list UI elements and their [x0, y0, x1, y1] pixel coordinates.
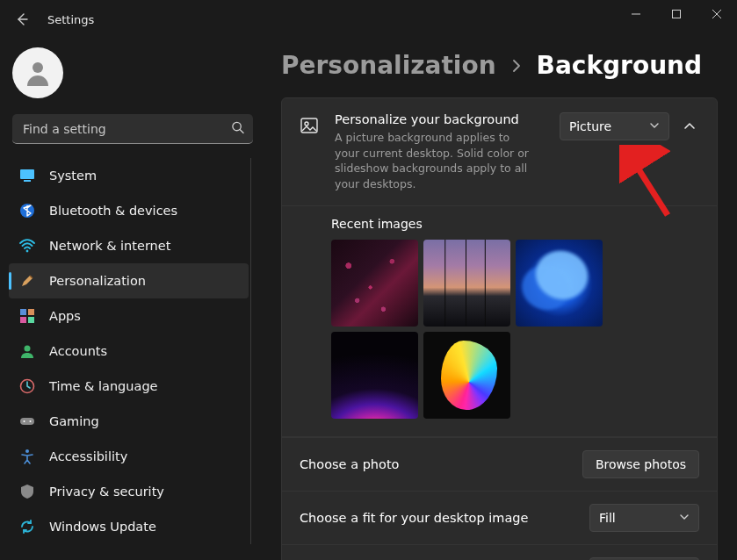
- sidebar: System Bluetooth & devices Network & int…: [0, 39, 262, 560]
- sidebar-item-personalization[interactable]: Personalization: [9, 263, 249, 298]
- sidebar-item-time-language[interactable]: Time & language: [9, 369, 249, 404]
- sidebar-item-accounts[interactable]: Accounts: [9, 334, 249, 369]
- gaming-icon: [19, 413, 35, 429]
- collapse-button[interactable]: [680, 117, 699, 136]
- sidebar-item-label: Accessibility: [49, 449, 127, 463]
- recent-images-section: Recent images: [282, 206, 717, 437]
- titlebar: Settings: [0, 0, 737, 39]
- sidebar-item-label: Bluetooth & devices: [49, 204, 177, 218]
- svg-rect-10: [20, 309, 26, 315]
- sidebar-item-privacy[interactable]: Privacy & security: [9, 474, 249, 509]
- nav-list: System Bluetooth & devices Network & int…: [9, 158, 251, 544]
- wifi-icon: [19, 238, 35, 254]
- svg-rect-6: [20, 169, 34, 179]
- card-title: Personalize your background: [335, 112, 537, 126]
- sidebar-item-accessibility[interactable]: Accessibility: [9, 439, 249, 474]
- picture-icon: [300, 116, 319, 135]
- sidebar-item-label: Time & language: [49, 379, 158, 393]
- card-header: Personalize your background A picture ba…: [282, 98, 717, 206]
- accessibility-icon: [19, 449, 35, 464]
- app-title: Settings: [47, 13, 94, 26]
- chevron-right-icon: [510, 55, 523, 76]
- windows-update-icon: [19, 519, 35, 535]
- svg-point-9: [26, 250, 29, 253]
- recent-images-title: Recent images: [331, 217, 699, 231]
- search-input[interactable]: [12, 114, 253, 144]
- shield-icon: [19, 484, 35, 499]
- sidebar-item-label: Personalization: [49, 274, 146, 288]
- sidebar-item-windows-update[interactable]: Windows Update: [9, 509, 249, 544]
- svg-rect-16: [20, 418, 34, 425]
- row-label: Choose a fit for your desktop image: [300, 511, 528, 525]
- system-icon: [19, 168, 35, 183]
- browse-photos-button[interactable]: Browse photos: [582, 450, 699, 478]
- card-header-text: Personalize your background A picture ba…: [335, 112, 537, 191]
- sidebar-item-gaming[interactable]: Gaming: [9, 404, 249, 439]
- background-card: Personalize your background A picture ba…: [281, 97, 718, 560]
- chevron-down-icon: [679, 511, 690, 525]
- svg-point-19: [25, 449, 29, 453]
- recent-image-thumbnail[interactable]: [423, 332, 510, 419]
- maximize-button[interactable]: [656, 0, 697, 28]
- svg-rect-12: [20, 317, 26, 323]
- breadcrumb-current: Background: [537, 51, 702, 80]
- sidebar-item-label: Apps: [49, 309, 81, 323]
- svg-point-14: [25, 346, 31, 352]
- svg-point-3: [33, 62, 43, 73]
- accounts-icon: [19, 343, 35, 359]
- dropdown-value: Fill: [599, 511, 616, 525]
- sidebar-item-label: System: [49, 169, 97, 183]
- svg-rect-2: [673, 11, 681, 18]
- choose-photo-row: Choose a photo Browse photos: [282, 437, 717, 491]
- dropdown-value: Picture: [569, 119, 611, 133]
- back-button[interactable]: [12, 10, 32, 29]
- svg-point-21: [305, 122, 308, 126]
- close-button[interactable]: [697, 0, 737, 28]
- content: Personalization Background Personalize y…: [262, 39, 737, 560]
- apps-icon: [19, 308, 35, 324]
- svg-point-18: [30, 420, 32, 422]
- sidebar-item-label: Network & internet: [49, 239, 170, 253]
- breadcrumb-parent[interactable]: Personalization: [281, 51, 496, 80]
- sidebar-item-apps[interactable]: Apps: [9, 298, 249, 334]
- personalization-icon: [19, 273, 35, 289]
- recent-image-thumbnail[interactable]: [331, 332, 418, 419]
- row-label: Choose a photo: [300, 457, 399, 471]
- sidebar-item-system[interactable]: System: [9, 158, 249, 193]
- breadcrumb: Personalization Background: [281, 51, 718, 80]
- sidebar-item-label: Privacy & security: [49, 485, 164, 499]
- card-description: A picture background applies to your cur…: [335, 130, 537, 191]
- fit-dropdown[interactable]: Fill: [589, 504, 699, 532]
- recent-image-thumbnail[interactable]: [516, 240, 603, 327]
- sidebar-item-label: Gaming: [49, 414, 99, 428]
- choose-stickers-row: Choose stickers for your wallpaper Add s…: [282, 544, 717, 560]
- svg-rect-13: [28, 317, 34, 323]
- svg-rect-20: [301, 118, 317, 133]
- svg-rect-11: [28, 309, 34, 315]
- chevron-down-icon: [649, 119, 660, 133]
- sidebar-item-label: Accounts: [49, 344, 107, 358]
- card-header-right: Picture: [560, 112, 699, 140]
- button-label: Browse photos: [596, 457, 686, 471]
- avatar[interactable]: [12, 47, 63, 98]
- minimize-button[interactable]: [616, 0, 656, 28]
- svg-point-17: [24, 420, 25, 422]
- recent-images-grid: [331, 240, 630, 419]
- sidebar-item-bluetooth[interactable]: Bluetooth & devices: [9, 193, 249, 228]
- choose-fit-row: Choose a fit for your desktop image Fill: [282, 491, 717, 544]
- search-icon: [231, 121, 244, 138]
- sidebar-item-network[interactable]: Network & internet: [9, 228, 249, 263]
- svg-line-5: [240, 130, 243, 133]
- window-controls: [616, 0, 737, 39]
- time-language-icon: [19, 378, 35, 394]
- svg-point-4: [233, 122, 241, 130]
- search-wrap: [12, 114, 253, 144]
- svg-rect-7: [24, 180, 31, 182]
- bluetooth-icon: [19, 203, 35, 219]
- recent-image-thumbnail[interactable]: [331, 240, 418, 327]
- background-type-dropdown[interactable]: Picture: [560, 112, 669, 140]
- recent-image-thumbnail[interactable]: [423, 240, 510, 327]
- sidebar-item-label: Windows Update: [49, 520, 156, 534]
- titlebar-left: Settings: [0, 10, 94, 29]
